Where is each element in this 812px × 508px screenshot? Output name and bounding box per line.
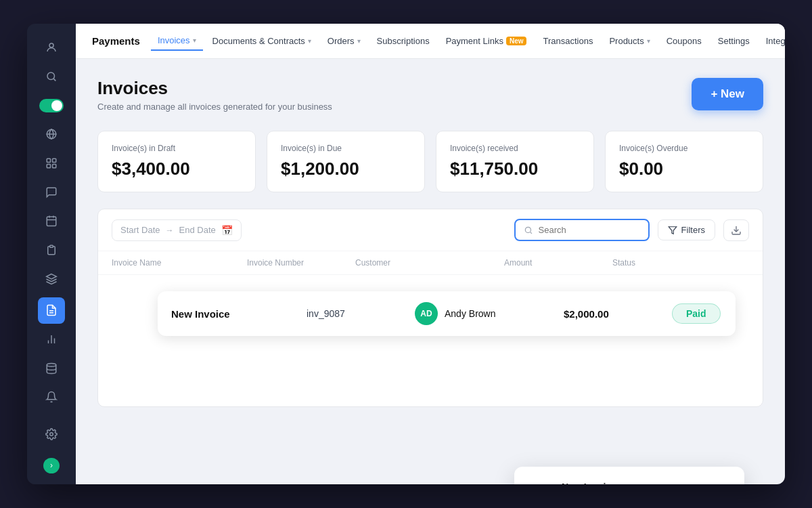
sidebar: › xyxy=(27,24,76,484)
date-range-picker[interactable]: Start Date → End Date 📅 xyxy=(112,219,242,241)
svg-point-19 xyxy=(50,433,53,436)
stat-value-received: $11,750.00 xyxy=(450,158,580,179)
svg-point-1 xyxy=(47,72,55,80)
customer-avatar: AD xyxy=(415,302,438,325)
sidebar-bell-icon[interactable] xyxy=(38,384,65,410)
filter-icon xyxy=(668,226,677,235)
svg-rect-6 xyxy=(53,165,56,168)
customer-name: Andy Brown xyxy=(445,308,495,319)
new-button-label: + New xyxy=(710,87,744,101)
stat-value-due: $1,200.00 xyxy=(281,158,411,179)
documents-chevron-icon: ▾ xyxy=(308,37,311,45)
header-invoice-name: Invoice Name xyxy=(112,258,247,268)
table-row[interactable]: New Invoice inv_9087 AD Andy Brown $2,00… xyxy=(158,291,736,336)
header-amount: Amount xyxy=(504,258,612,268)
nav-item-transactions[interactable]: Transactions xyxy=(536,32,600,50)
page-title: Invoices xyxy=(97,78,332,99)
svg-point-18 xyxy=(47,363,56,366)
stat-card-due: Invoice(s) in Due $1,200.00 xyxy=(267,131,425,192)
dollar-circle-icon xyxy=(528,483,552,484)
header-status: Status xyxy=(612,258,749,268)
svg-point-0 xyxy=(49,43,53,47)
nav-item-coupons[interactable]: Coupons xyxy=(660,32,708,50)
search-input[interactable] xyxy=(539,225,633,235)
search-box[interactable] xyxy=(514,219,650,241)
stat-value-draft: $3,400.00 xyxy=(112,158,242,179)
stat-value-overdue: $0.00 xyxy=(619,158,749,179)
sidebar-integrations-icon[interactable] xyxy=(38,266,65,292)
svg-marker-12 xyxy=(47,274,57,279)
stat-label-overdue: Invoice(s) Overdue xyxy=(619,144,749,153)
end-date-label: End Date xyxy=(179,225,216,235)
nav-item-integrations[interactable]: Integrations xyxy=(759,32,785,50)
sidebar-user-icon[interactable] xyxy=(38,35,65,61)
stat-label-received: Invoice(s) received xyxy=(450,144,580,153)
svg-rect-3 xyxy=(47,158,50,162)
start-date-label: Start Date xyxy=(120,225,160,235)
download-button[interactable] xyxy=(723,219,749,241)
svg-rect-11 xyxy=(50,245,53,247)
invoice-row-name: New Invoice xyxy=(171,308,307,320)
new-invoice-text: New Invoice Send a one-time invoice to t… xyxy=(562,482,731,484)
nav-brand: Payments xyxy=(92,35,140,47)
stat-card-overdue: Invoice(s) Overdue $0.00 xyxy=(605,131,763,192)
new-button[interactable]: + New xyxy=(692,78,763,110)
stat-card-draft: Invoice(s) in Draft $3,400.00 xyxy=(97,131,256,192)
svg-rect-5 xyxy=(47,165,50,168)
orders-chevron-icon: ▾ xyxy=(357,37,361,45)
nav-item-products[interactable]: Products ▾ xyxy=(602,32,656,50)
svg-rect-4 xyxy=(53,158,56,162)
sidebar-gear-icon[interactable] xyxy=(38,421,65,447)
header-invoice-number: Invoice Number xyxy=(247,258,355,268)
sidebar-globe-icon[interactable] xyxy=(38,121,65,148)
page-title-block: Invoices Create and manage all invoices … xyxy=(97,78,332,112)
table-headers: Invoice Name Invoice Number Customer Amo… xyxy=(98,251,763,275)
calendar-icon: 📅 xyxy=(221,225,233,236)
status-badge-paid: Paid xyxy=(672,303,721,324)
customer-cell: AD Andy Brown xyxy=(415,302,564,325)
page-header: Invoices Create and manage all invoices … xyxy=(97,78,763,112)
page-body: Invoices Create and manage all invoices … xyxy=(76,59,785,484)
sidebar-chat-icon[interactable] xyxy=(38,179,65,205)
svg-rect-7 xyxy=(47,217,56,226)
sidebar-clipboard-icon[interactable] xyxy=(38,237,65,263)
filters-button[interactable]: Filters xyxy=(658,219,715,240)
sidebar-grid-icon[interactable] xyxy=(38,150,65,177)
page-subtitle: Create and manage all invoices generated… xyxy=(97,102,332,112)
sidebar-invoice-active-icon[interactable] xyxy=(38,297,65,324)
sidebar-database-icon[interactable] xyxy=(38,355,65,381)
invoices-table: Start Date → End Date 📅 Filters xyxy=(97,209,763,407)
sidebar-expand-button[interactable]: › xyxy=(43,458,60,473)
stat-label-due: Invoice(s) in Due xyxy=(281,144,411,153)
svg-point-20 xyxy=(525,227,531,232)
dropdown-item-new-invoice[interactable]: New Invoice Send a one-time invoice to t… xyxy=(520,472,739,484)
stat-label-draft: Invoice(s) in Draft xyxy=(112,144,242,153)
stat-card-received: Invoice(s) received $11,750.00 xyxy=(436,131,594,192)
sidebar-search-icon[interactable] xyxy=(38,64,65,90)
stats-row: Invoice(s) in Draft $3,400.00 Invoice(s)… xyxy=(97,131,763,192)
invoices-chevron-icon: ▾ xyxy=(193,37,196,44)
top-nav: Payments Invoices ▾ Documents & Contract… xyxy=(76,24,785,59)
new-invoice-title: New Invoice xyxy=(562,482,731,484)
search-icon xyxy=(524,226,533,235)
products-chevron-icon: ▾ xyxy=(647,37,650,45)
sidebar-calendar-icon[interactable] xyxy=(38,208,65,234)
invoice-row-number: inv_9087 xyxy=(307,308,415,319)
nav-item-payment-links[interactable]: Payment Links New xyxy=(439,32,534,50)
nav-item-documents[interactable]: Documents & Contracts ▾ xyxy=(206,32,318,50)
download-icon xyxy=(731,225,742,236)
payment-links-badge: New xyxy=(506,37,527,45)
invoice-amount: $2,000.00 xyxy=(564,308,672,320)
table-toolbar: Start Date → End Date 📅 Filters xyxy=(98,209,763,251)
header-customer: Customer xyxy=(355,258,504,268)
svg-marker-21 xyxy=(669,226,677,234)
new-invoice-dropdown: New Invoice Send a one-time invoice to t… xyxy=(514,467,744,484)
nav-item-orders[interactable]: Orders ▾ xyxy=(321,32,367,50)
nav-item-invoices[interactable]: Invoices ▾ xyxy=(151,31,203,51)
nav-item-subscriptions[interactable]: Subscriptions xyxy=(370,32,436,50)
sidebar-toggle[interactable] xyxy=(38,92,65,119)
nav-item-settings[interactable]: Settings xyxy=(711,32,757,50)
filters-label: Filters xyxy=(681,225,705,235)
sidebar-analytics-icon[interactable] xyxy=(38,326,65,353)
arrow-icon: → xyxy=(166,226,174,235)
